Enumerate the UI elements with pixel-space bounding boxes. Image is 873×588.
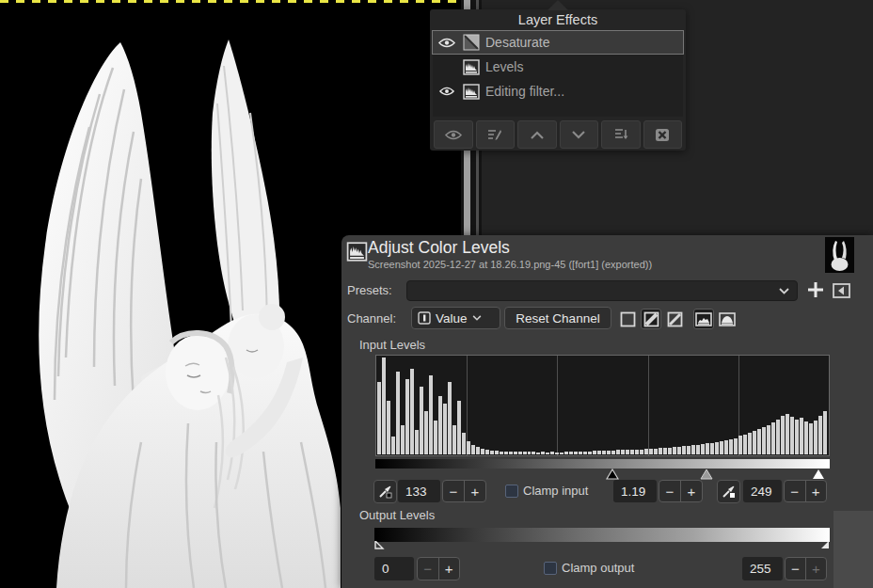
output-gradient-bar (374, 528, 830, 542)
effect-label: Desaturate (485, 35, 549, 50)
input-high-field[interactable]: 249 (743, 480, 782, 502)
effect-label: Editing filter... (485, 84, 564, 99)
dialog-title: Adjust Color Levels (368, 238, 510, 258)
input-low-field[interactable]: 133 (398, 480, 440, 502)
output-high-field[interactable]: 255 (742, 557, 783, 580)
plus-button[interactable]: + (465, 481, 485, 501)
gimp-window: Layer Effects Desaturate Levels (0, 0, 873, 588)
input-gradient-bar (375, 459, 830, 469)
linear-trc-toggle[interactable] (617, 309, 638, 329)
minus-button[interactable]: − (785, 481, 806, 501)
plus-icon (806, 280, 825, 299)
plus-button[interactable]: + (806, 481, 827, 501)
black-point-slider[interactable] (606, 469, 619, 480)
presets-label: Presets: (347, 283, 392, 297)
dialog-subtitle: Screenshot 2025-12-27 at 18.26.19.png-45… (368, 259, 652, 270)
non-linear-trc-toggle[interactable] (641, 309, 661, 329)
effect-label: Levels (485, 59, 523, 74)
histogram-bars (377, 358, 828, 454)
effect-row-desaturate[interactable]: Desaturate (433, 31, 683, 54)
clamp-input-label: Clamp input (523, 484, 588, 498)
raise-effect-button[interactable] (517, 120, 557, 149)
pick-black-point-button[interactable] (373, 480, 397, 503)
gamma-field[interactable]: 1.19 (613, 480, 657, 502)
clamp-output-checkbox[interactable] (544, 562, 557, 575)
delete-effect-button[interactable] (643, 120, 683, 149)
chevron-down-icon (472, 315, 482, 321)
clamp-input-checkbox[interactable] (505, 485, 518, 498)
layer-effects-panel: Layer Effects Desaturate Levels (430, 9, 686, 151)
layer-effects-title: Layer Effects (430, 12, 686, 27)
plus-button[interactable]: + (439, 558, 460, 580)
value-channel-icon (418, 311, 431, 325)
channel-label: Channel: (347, 311, 396, 326)
output-white-slider[interactable] (818, 541, 830, 549)
output-low-spinner[interactable]: − + (417, 557, 460, 580)
clamp-output-label: Clamp output (562, 561, 634, 575)
input-histogram (375, 355, 830, 456)
preset-menu-button[interactable] (833, 283, 850, 302)
output-black-slider[interactable] (374, 541, 386, 549)
box-left-arrow-icon (833, 283, 850, 298)
histogram-log-toggle[interactable] (717, 309, 738, 329)
effect-row-levels[interactable]: Levels (433, 56, 683, 78)
minus-button[interactable]: − (418, 558, 439, 580)
levels-dialog-icon (346, 242, 368, 265)
input-high-spinner[interactable]: − + (784, 480, 827, 502)
merge-effects-button[interactable] (601, 120, 641, 149)
minus-button[interactable]: − (443, 481, 465, 501)
chevron-down-icon (779, 288, 789, 294)
perceptual-trc-toggle[interactable] (664, 309, 685, 329)
gamma-spinner[interactable]: − + (659, 480, 703, 502)
minus-button[interactable]: − (786, 558, 806, 580)
effects-toolbar (434, 120, 682, 149)
effect-row-editing[interactable]: Editing filter... (433, 80, 683, 103)
edit-effect-button[interactable] (476, 120, 516, 149)
output-levels-label: Output Levels (359, 508, 435, 522)
input-levels-label: Input Levels (359, 338, 425, 352)
histogram-icon (461, 59, 482, 75)
plus-button[interactable]: + (681, 481, 702, 501)
eyedropper-black-icon (378, 485, 392, 499)
eyedropper-white-icon (722, 485, 736, 499)
layer-thumbnail (825, 237, 854, 273)
add-preset-button[interactable] (806, 280, 825, 303)
white-point-slider[interactable] (812, 469, 825, 480)
toggle-visibility-button[interactable] (434, 120, 473, 149)
output-low-field[interactable]: 0 (374, 557, 414, 580)
channel-value: Value (436, 311, 468, 326)
histogram-linear-toggle[interactable] (693, 309, 714, 329)
visibility-eye-icon[interactable] (433, 38, 461, 48)
lower-effect-button[interactable] (560, 120, 599, 149)
popover-arrow (548, 0, 568, 10)
histogram-icon (461, 84, 482, 100)
layer-boundary-guide (0, 0, 461, 3)
reset-channel-button[interactable]: Reset Channel (504, 307, 611, 329)
output-high-spinner[interactable]: − + (785, 557, 827, 580)
desaturate-icon (461, 34, 482, 51)
minus-button[interactable]: − (659, 481, 681, 501)
input-low-spinner[interactable]: − + (442, 480, 486, 502)
dialog-edge-area (833, 511, 873, 588)
effects-list: Desaturate Levels Editing filter... (433, 30, 683, 117)
channel-dropdown[interactable]: Value (411, 307, 500, 329)
adjust-color-levels-dialog: Adjust Color Levels Screenshot 2025-12-2… (341, 235, 873, 588)
pick-white-point-button[interactable] (717, 480, 740, 503)
visibility-eye-icon[interactable] (433, 87, 461, 96)
presets-combo[interactable] (406, 280, 798, 301)
plus-button[interactable]: + (806, 558, 826, 580)
gamma-slider[interactable] (700, 469, 713, 480)
